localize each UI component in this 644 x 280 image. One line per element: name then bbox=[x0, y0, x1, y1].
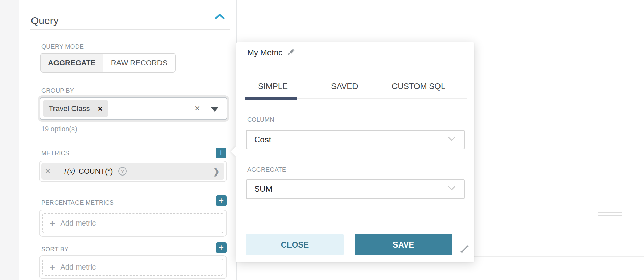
column-select[interactable]: Cost bbox=[246, 130, 465, 149]
clear-all-icon[interactable]: × bbox=[195, 103, 200, 113]
caret-down-icon[interactable] bbox=[211, 107, 218, 112]
explore-screen: Query QUERY MODE AGGREGATE RAW RECORDS G… bbox=[0, 0, 644, 280]
metric-editor-popover: My Metric SIMPLE SAVED CUSTOM SQL COLUMN… bbox=[236, 42, 474, 262]
group-by-select-ring: Travel Class ✕ × bbox=[38, 95, 229, 122]
group-by-options-hint: 19 option(s) bbox=[41, 125, 77, 133]
function-badge: ƒ(x) bbox=[64, 167, 75, 176]
percentage-metrics-container: + Add metric bbox=[39, 210, 227, 237]
popover-arrow bbox=[231, 146, 241, 157]
sort-by-container: + Add metric bbox=[39, 255, 227, 279]
plus-icon: + bbox=[219, 195, 224, 205]
metric-title: My Metric bbox=[247, 48, 282, 57]
save-button[interactable]: SAVE bbox=[355, 234, 452, 255]
group-by-tag: Travel Class ✕ bbox=[43, 100, 108, 117]
chevron-down-icon bbox=[448, 136, 456, 143]
sort-by-add-metric-dropzone[interactable]: + Add metric bbox=[42, 259, 223, 276]
column-label: COLUMN bbox=[247, 116, 274, 123]
chevron-down-icon bbox=[448, 186, 456, 192]
metrics-container: ✕ ƒ(x) COUNT(*) ? ❯ bbox=[39, 161, 227, 182]
tag-remove-icon[interactable]: ✕ bbox=[97, 105, 103, 113]
plus-icon: + bbox=[218, 147, 223, 158]
add-percentage-metric-button[interactable]: + bbox=[216, 195, 227, 206]
metric-pill[interactable]: ✕ ƒ(x) COUNT(*) ? ❯ bbox=[41, 163, 224, 180]
pencil-icon[interactable] bbox=[286, 48, 295, 58]
close-button[interactable]: CLOSE bbox=[246, 234, 344, 255]
expand-diagonal-icon[interactable] bbox=[459, 244, 470, 254]
group-by-tag-label: Travel Class bbox=[49, 104, 90, 113]
popover-header: My Metric bbox=[247, 48, 295, 58]
resize-grip-lines[interactable] bbox=[598, 212, 622, 216]
query-mode-toggle: AGGREGATE RAW RECORDS bbox=[40, 53, 176, 73]
remove-metric-icon[interactable]: ✕ bbox=[41, 163, 55, 180]
tab-saved[interactable]: SAVED bbox=[331, 81, 358, 91]
add-metric-button[interactable]: + bbox=[216, 148, 226, 158]
sort-by-label: SORT BY bbox=[41, 246, 68, 253]
add-metric-placeholder: Add metric bbox=[60, 219, 96, 228]
group-by-label: GROUP BY bbox=[41, 87, 74, 94]
query-section-title: Query bbox=[31, 15, 59, 26]
tab-custom-sql[interactable]: CUSTOM SQL bbox=[392, 81, 445, 91]
percentage-metrics-label: PERCENTAGE METRICS bbox=[41, 199, 114, 206]
column-value: Cost bbox=[254, 135, 271, 144]
tab-simple[interactable]: SIMPLE bbox=[258, 81, 288, 91]
query-mode-raw-records-button[interactable]: RAW RECORDS bbox=[103, 54, 175, 72]
aggregate-value: SUM bbox=[254, 184, 272, 194]
chevron-right-icon[interactable]: ❯ bbox=[208, 167, 224, 176]
query-mode-aggregate-button[interactable]: AGGREGATE bbox=[41, 54, 103, 72]
help-circle-icon[interactable]: ? bbox=[118, 167, 127, 176]
percentage-add-metric-dropzone[interactable]: + Add metric bbox=[42, 213, 223, 233]
left-gutter bbox=[0, 0, 19, 280]
group-by-select[interactable]: Travel Class ✕ × bbox=[40, 97, 227, 120]
plus-icon: + bbox=[219, 242, 224, 252]
collapse-section-button[interactable] bbox=[214, 12, 226, 22]
aggregate-label: AGGREGATE bbox=[247, 166, 286, 173]
plus-icon: + bbox=[50, 263, 55, 272]
metric-name: COUNT(*) bbox=[79, 167, 113, 176]
query-mode-label: QUERY MODE bbox=[41, 43, 84, 50]
active-tab-indicator bbox=[245, 97, 297, 100]
aggregate-select[interactable]: SUM bbox=[246, 179, 465, 199]
plus-icon: + bbox=[50, 219, 55, 228]
chevron-up-icon bbox=[214, 12, 226, 22]
popover-header-divider bbox=[236, 63, 474, 63]
pill-spacer bbox=[127, 163, 208, 180]
add-metric-placeholder: Add metric bbox=[60, 263, 96, 272]
section-divider bbox=[30, 29, 230, 30]
add-sort-by-button[interactable]: + bbox=[216, 242, 227, 253]
metrics-label: METRICS bbox=[41, 150, 69, 157]
